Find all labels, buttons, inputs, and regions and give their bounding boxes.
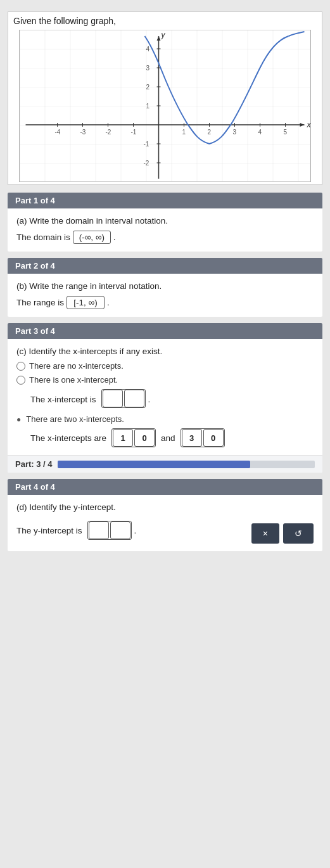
one-intercept-suffix: . [148, 395, 151, 404]
graph-area: Given the following graph, x y [8, 11, 322, 185]
part-4-answer-prefix: The y-intercept is [16, 526, 82, 535]
part-3-header: Part 3 of 4 [8, 323, 322, 339]
undo-button[interactable]: ↺ [283, 523, 314, 544]
part-4-body: (d) Identify the y-intercept. The y-inte… [8, 495, 322, 551]
svg-text:-3: -3 [80, 129, 86, 136]
part-2-question: (b) Write the range in interval notation… [16, 281, 314, 291]
bottom-buttons: × ↺ [251, 523, 314, 544]
one-intercept-x-input[interactable] [103, 390, 123, 407]
part-1-body: (a) Write the domain in interval notatio… [8, 208, 322, 252]
part-1-header: Part 1 of 4 [8, 193, 322, 208]
svg-text:1: 1 [146, 103, 150, 110]
two-intercepts-prefix: The x-intercepts are [30, 433, 106, 443]
part-1-answer-suffix: . [113, 233, 116, 242]
radio-no-intercepts[interactable] [16, 362, 25, 371]
graph-title: Given the following graph, [13, 16, 317, 26]
option-two-intercepts[interactable]: ● There are two x-intercepts. [16, 414, 314, 424]
two-intercepts-line: The x-intercepts are 1 0 and 3 0 [30, 428, 314, 447]
svg-text:4: 4 [146, 46, 150, 53]
option-one-intercept[interactable]: There is one x-intercept. [16, 375, 314, 385]
part-3-card: Part 3 of 4 (c) Identify the x-intercept… [8, 323, 322, 473]
svg-text:5: 5 [284, 129, 288, 136]
radio-one-intercept[interactable] [16, 376, 25, 385]
one-intercept-y-input[interactable] [124, 390, 144, 407]
one-intercept-inputs [101, 389, 146, 409]
progress-bar-container [58, 461, 315, 468]
svg-text:y: y [161, 30, 166, 39]
part-2-header: Part 2 of 4 [8, 258, 322, 274]
option-two-intercepts-label: There are two x-intercepts. [26, 414, 124, 424]
option-one-intercept-label: There is one x-intercept. [29, 375, 118, 385]
x-button[interactable]: × [251, 523, 279, 544]
part-4-answer-row: The y-intercept is . × ↺ [16, 517, 314, 544]
part-1-card: Part 1 of 4 (a) Write the domain in inte… [8, 193, 322, 252]
intercept1-y[interactable]: 0 [134, 429, 155, 447]
part-2-answer-suffix: . [107, 298, 110, 307]
part-3-body: (c) Identify the x-intercepts if any exi… [8, 339, 322, 455]
progress-row: Part: 3 / 4 [8, 455, 322, 473]
part-1-answer-prefix: The domain is [16, 233, 70, 242]
intercept1-x[interactable]: 1 [113, 429, 133, 447]
part-1-answer-box: (-∞, ∞) [73, 231, 111, 244]
svg-text:1: 1 [182, 129, 186, 136]
y-intercept-y-input[interactable] [110, 521, 130, 539]
svg-text:3: 3 [146, 65, 150, 72]
intercept2-x[interactable]: 3 [182, 429, 202, 447]
y-intercept-group [87, 521, 132, 540]
graph-svg: x y -1 -2 -3 -4 1 2 3 4 5 1 [13, 30, 317, 182]
svg-text:-2: -2 [144, 160, 149, 167]
svg-text:3: 3 [233, 129, 237, 136]
one-intercept-line: The x-intercept is . [30, 389, 314, 409]
part-1-question: (a) Write the domain in interval notatio… [16, 216, 314, 226]
svg-text:2: 2 [146, 84, 150, 91]
part-2-answer-box: [-1, ∞) [67, 296, 105, 309]
one-intercept-answer: The x-intercept is . [30, 389, 314, 409]
part-2-answer-line: The range is [-1, ∞) . [16, 296, 314, 309]
y-intercept-x-input[interactable] [89, 521, 109, 539]
two-intercepts-answer: The x-intercepts are 1 0 and 3 0 [30, 428, 314, 447]
two-intercepts-and: and [161, 433, 175, 443]
intercept2-y[interactable]: 0 [203, 429, 224, 447]
progress-label: Part: 3 / 4 [15, 459, 53, 469]
part-2-card: Part 2 of 4 (b) Write the range in inter… [8, 258, 322, 317]
intercept2-group: 3 0 [181, 428, 225, 447]
svg-text:2: 2 [208, 129, 212, 136]
part-1-answer-line: The domain is (-∞, ∞) . [16, 231, 314, 244]
one-intercept-prefix: The x-intercept is [30, 395, 96, 404]
svg-text:4: 4 [258, 129, 262, 136]
part-4-header: Part 4 of 4 [8, 479, 322, 495]
part-4-answer-line: The y-intercept is . [16, 521, 136, 540]
svg-text:-1: -1 [131, 129, 137, 136]
svg-text:x: x [307, 120, 312, 129]
bullet-two-intercepts: ● [16, 415, 21, 424]
main-container: Given the following graph, x y [0, 6, 330, 563]
progress-bar-fill [58, 461, 251, 468]
svg-text:-1: -1 [144, 141, 149, 148]
svg-rect-1 [20, 30, 311, 182]
option-no-intercepts[interactable]: There are no x-intercepts. [16, 361, 314, 371]
part-2-answer-prefix: The range is [16, 298, 64, 307]
part-4-answer-suffix: . [134, 526, 137, 535]
svg-text:-4: -4 [55, 129, 61, 136]
part-4-card: Part 4 of 4 (d) Identify the y-intercept… [8, 479, 322, 551]
intercept1-group: 1 0 [111, 428, 156, 447]
part-4-question: (d) Identify the y-intercept. [16, 502, 314, 512]
svg-text:-2: -2 [106, 129, 111, 136]
option-no-intercepts-label: There are no x-intercepts. [29, 361, 124, 371]
part-3-question: (c) Identify the x-intercepts if any exi… [16, 347, 314, 356]
part-2-body: (b) Write the range in interval notation… [8, 274, 322, 317]
